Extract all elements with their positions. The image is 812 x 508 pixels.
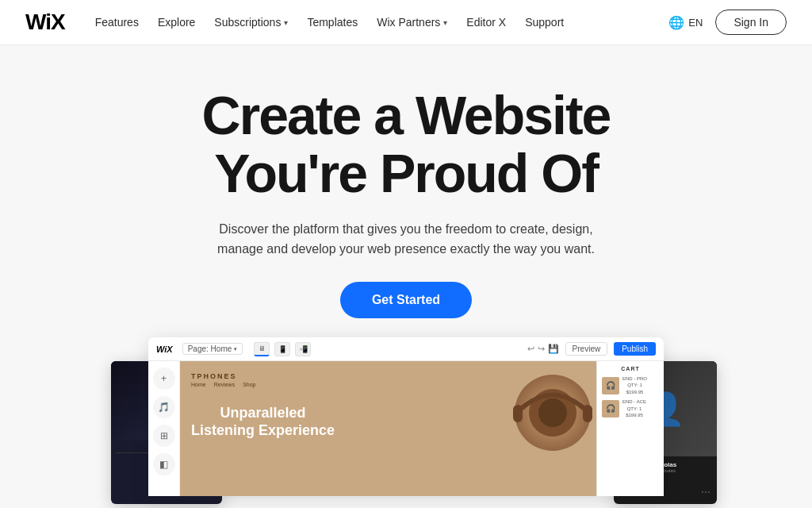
- editor-sidebar: + 🎵 ⊞ ◧: [148, 361, 180, 496]
- hero-title-line2: You're Proud Of: [214, 143, 598, 203]
- cart-item-2: 🎧 END - ACE QTY: 1 $199.95: [602, 398, 659, 418]
- wix-partners-chevron-icon: ▾: [443, 18, 447, 27]
- nav-editor-x[interactable]: Editor X: [466, 16, 506, 29]
- undo-redo-buttons: ↩ ↪ 💾: [527, 344, 559, 354]
- globe-icon: 🌐: [668, 15, 684, 30]
- nav-support[interactable]: Support: [525, 16, 564, 29]
- canvas-nav-reviews: Reviews: [214, 382, 235, 387]
- canvas-brand-label: TPHONES: [191, 372, 237, 380]
- preview-section: AO Color Price $199.95 WiX Pag: [16, 337, 796, 504]
- page-dropdown-icon: ▾: [234, 346, 237, 352]
- nav-templates[interactable]: Templates: [307, 16, 358, 29]
- editor-canvas: TPHONES Home Reviews Shop Unparalleled L…: [180, 361, 596, 496]
- editor-device-icons: 🖥 📱 📲: [254, 342, 311, 356]
- redo-button[interactable]: ↪: [538, 344, 545, 354]
- canvas-navigation: Home Reviews Shop: [191, 382, 256, 387]
- cart-item-2-info: END - ACE QTY: 1 $199.95: [622, 398, 646, 418]
- nav-explore[interactable]: Explore: [158, 16, 195, 29]
- publish-button[interactable]: Publish: [614, 342, 656, 356]
- cart-title: CART: [602, 366, 659, 371]
- mobile-icon[interactable]: 📲: [295, 342, 311, 356]
- undo-button[interactable]: ↩: [527, 344, 534, 354]
- subscriptions-chevron-icon: ▾: [284, 18, 288, 27]
- editor-preview: WiX Page: Home ▾ 🖥 📱 📲 ↩ ↪ 💾 Preview: [148, 337, 664, 496]
- editor-body: + 🎵 ⊞ ◧ TPHONES Home Reviews Shop Unpara…: [148, 361, 664, 496]
- cart-item-2-image: 🎧: [602, 400, 619, 418]
- get-started-button[interactable]: Get Started: [340, 282, 472, 318]
- tablet-icon[interactable]: 📱: [274, 342, 290, 356]
- language-label: EN: [688, 17, 703, 29]
- preview-button[interactable]: Preview: [565, 342, 608, 356]
- nav-wix-partners[interactable]: Wix Partners ▾: [377, 16, 447, 29]
- cart-item-1-image: 🎧: [602, 377, 619, 394]
- cart-item-1: 🎧 END - PRO QTY: 1 $199.95: [602, 375, 659, 395]
- nav-features[interactable]: Features: [95, 16, 139, 29]
- canvas-nav-home: Home: [191, 382, 206, 387]
- headphone-image: [501, 369, 596, 472]
- editor-cart-panel: CART 🎧 END - PRO QTY: 1 $199.95 🎧 END - …: [596, 361, 664, 496]
- language-selector[interactable]: 🌐 EN: [668, 15, 703, 30]
- cart-item-1-info: END - PRO QTY: 1 $199.95: [622, 375, 647, 395]
- more-options-icon[interactable]: ⋯: [701, 487, 710, 498]
- sidebar-grid-icon[interactable]: ⊞: [153, 425, 175, 447]
- sign-in-button[interactable]: Sign In: [715, 10, 787, 35]
- hero-section: Create a Website You're Proud Of Discove…: [0, 45, 812, 508]
- hero-title-line1: Create a Website: [202, 85, 611, 145]
- canvas-nav-shop: Shop: [243, 382, 255, 387]
- hero-subtitle: Discover the platform that gives you the…: [216, 219, 596, 260]
- nav-links: Features Explore Subscriptions ▾ Templat…: [95, 16, 647, 29]
- desktop-icon[interactable]: 🖥: [254, 342, 270, 356]
- svg-point-2: [538, 398, 567, 427]
- editor-topbar: WiX Page: Home ▾ 🖥 📱 📲 ↩ ↪ 💾 Preview: [148, 337, 664, 361]
- nav-subscriptions[interactable]: Subscriptions ▾: [214, 16, 288, 29]
- navbar: WiX Features Explore Subscriptions ▾ Tem…: [0, 0, 812, 45]
- editor-wix-logo: WiX: [156, 344, 173, 354]
- canvas-headline: Unparalleled Listening Experience: [191, 405, 335, 439]
- editor-page-label[interactable]: Page: Home ▾: [182, 343, 243, 355]
- save-icon[interactable]: 💾: [548, 344, 559, 354]
- hero-title: Create a Website You're Proud Of: [16, 87, 796, 203]
- sidebar-layers-icon[interactable]: ◧: [153, 453, 175, 475]
- wix-logo[interactable]: WiX: [25, 10, 65, 35]
- nav-right: 🌐 EN Sign In: [668, 10, 787, 35]
- sidebar-add-icon[interactable]: +: [153, 368, 175, 390]
- sidebar-media-icon[interactable]: 🎵: [153, 396, 175, 418]
